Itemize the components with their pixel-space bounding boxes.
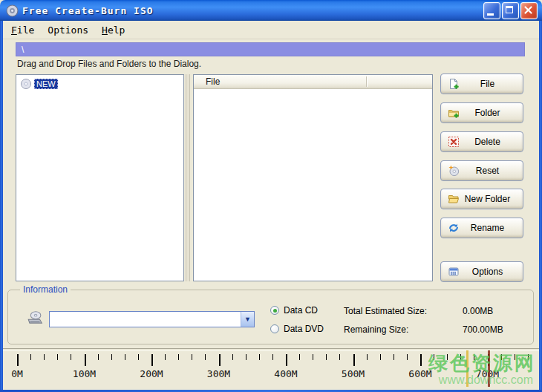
ruler-minor-tick <box>528 354 529 360</box>
menu-file[interactable]: File <box>4 23 41 37</box>
ruler-minor-tick <box>138 354 139 360</box>
add-file-icon <box>448 78 460 90</box>
menu-bar: File Options Help <box>0 21 542 39</box>
ruler-tick-label: 0M <box>11 368 23 379</box>
close-button[interactable] <box>520 2 538 19</box>
new-folder-button[interactable]: New Folder <box>440 189 523 209</box>
cd-disc-icon <box>20 78 32 90</box>
ruler-tick-label: 400M <box>274 368 297 379</box>
ruler-minor-tick <box>232 354 233 360</box>
drag-drop-hint: Drag and Drop Files and Folders to the D… <box>17 59 201 69</box>
rename-button[interactable]: Rename <box>440 218 523 238</box>
ruler-minor-tick <box>259 354 260 360</box>
yellow-marker <box>466 350 468 387</box>
ruler-minor-tick <box>272 354 273 360</box>
ruler-minor-tick <box>515 354 515 360</box>
ruler-minor-tick <box>380 354 381 360</box>
ruler-minor-tick <box>326 354 327 360</box>
drive-combobox-value[interactable] <box>50 312 241 327</box>
radio-data-dvd[interactable]: Data DVD <box>270 324 324 334</box>
options-icon <box>448 266 460 278</box>
file-button[interactable]: File <box>440 74 523 94</box>
radio-circle[interactable] <box>270 306 279 315</box>
ruler-major-tick <box>85 354 86 366</box>
add-folder-icon <box>448 107 460 119</box>
ruler-major-tick <box>151 354 153 366</box>
new-folder-icon <box>448 193 460 205</box>
information-group-label: Information <box>20 284 71 295</box>
window-controls <box>483 2 538 19</box>
ruler-minor-tick <box>98 354 99 360</box>
ruler-major-tick <box>420 354 422 366</box>
disc-tree-panel[interactable]: NEW <box>16 74 184 281</box>
remaining-size-value: 700.00MB <box>463 324 503 335</box>
delete-button[interactable]: Delete <box>440 131 523 152</box>
maximize-button[interactable] <box>502 2 519 19</box>
folder-button[interactable]: Folder <box>440 102 523 123</box>
ruler-minor-tick <box>111 354 112 360</box>
ruler-tick-label: 200M <box>140 368 163 379</box>
ruler-minor-tick <box>165 354 166 360</box>
ruler-minor-tick <box>501 354 502 360</box>
close-icon <box>521 3 537 19</box>
ruler-minor-tick <box>460 354 461 360</box>
ruler-minor-tick <box>434 354 434 360</box>
ruler-minor-tick <box>313 354 313 360</box>
ruler-tick-label: 100M <box>73 368 96 379</box>
delete-icon <box>448 136 460 148</box>
ruler-minor-tick <box>205 354 206 360</box>
cd-disc-icon <box>6 4 19 17</box>
maximize-icon <box>506 6 513 13</box>
total-size-value: 0.00MB <box>463 306 493 316</box>
ruler-minor-tick <box>57 354 58 360</box>
options-button[interactable]: Options <box>440 261 523 282</box>
radio-circle[interactable] <box>270 324 279 333</box>
ruler-major-tick <box>219 354 221 366</box>
capacity-ruler: 0M100M200M300M400M500M600M700M <box>0 349 542 392</box>
panel-splitter[interactable] <box>186 74 190 281</box>
window-title: Free Create-Burn ISO <box>22 5 154 16</box>
title-bar[interactable]: Free Create-Burn ISO <box>0 0 542 21</box>
information-group: Information ▼ Data CD Data DVD Total Est… <box>7 290 534 344</box>
window-border-left <box>0 21 3 392</box>
ruler-tick-label: 300M <box>207 368 230 379</box>
column-header-file[interactable]: File <box>194 76 220 87</box>
tree-item-new[interactable]: NEW <box>20 78 183 90</box>
minimize-icon <box>487 13 494 16</box>
drive-combobox[interactable]: ▼ <box>49 311 255 327</box>
chevron-down-icon[interactable]: ▼ <box>241 312 254 327</box>
ruler-minor-tick <box>125 354 125 360</box>
ruler-minor-tick <box>192 354 192 360</box>
disc-drive-icon <box>26 310 44 326</box>
ruler-minor-tick <box>299 354 300 360</box>
file-list-header: File <box>194 75 432 89</box>
radio-data-cd[interactable]: Data CD <box>270 305 318 316</box>
rename-icon <box>448 222 460 234</box>
file-list-panel[interactable]: File <box>193 74 433 281</box>
ruler-minor-tick <box>394 354 394 360</box>
app-window: Free Create-Burn ISO File Options Help \… <box>0 0 542 392</box>
ruler-minor-tick <box>474 354 474 360</box>
ruler-minor-tick <box>44 354 45 360</box>
current-path-bar: \ <box>16 42 525 56</box>
ruler-major-tick <box>353 354 355 366</box>
window-border-right <box>539 21 542 392</box>
ruler-tick-label: 500M <box>342 368 365 379</box>
menu-help[interactable]: Help <box>95 23 131 37</box>
ruler-minor-tick <box>339 354 340 360</box>
ruler-major-tick <box>17 354 19 366</box>
total-size-label: Total Estimated Size: <box>344 306 427 316</box>
reset-button[interactable]: Reset <box>440 160 523 181</box>
ruler-minor-tick <box>367 354 368 360</box>
ruler-minor-tick <box>30 354 31 360</box>
minimize-button[interactable] <box>483 2 500 19</box>
ruler-minor-tick <box>246 354 246 360</box>
ruler-minor-tick <box>407 354 408 360</box>
ruler-minor-tick <box>447 354 448 360</box>
column-divider[interactable] <box>366 76 367 87</box>
ruler-minor-tick <box>71 354 71 360</box>
ruler-minor-tick <box>178 354 179 360</box>
tree-item-label: NEW <box>34 79 58 89</box>
ruler-major-tick <box>286 354 287 366</box>
menu-options[interactable]: Options <box>41 23 95 37</box>
